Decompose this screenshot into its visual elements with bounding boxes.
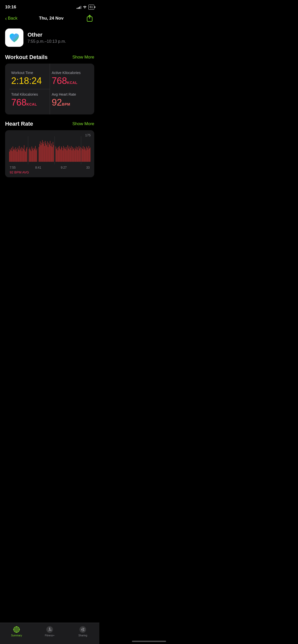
svg-rect-52 <box>48 147 48 162</box>
svg-rect-92 <box>77 147 78 162</box>
svg-rect-98 <box>82 148 82 162</box>
svg-rect-22 <box>24 145 24 162</box>
status-bar: 10:16 61 <box>0 0 99 13</box>
svg-rect-64 <box>58 150 58 162</box>
svg-rect-95 <box>79 149 80 162</box>
workout-meta: Other 7:55 p.m.–10:13 p.m. <box>28 32 66 44</box>
svg-rect-37 <box>36 150 36 162</box>
svg-rect-5 <box>12 151 12 162</box>
status-time: 10:16 <box>5 5 16 10</box>
svg-rect-16 <box>20 150 20 162</box>
svg-rect-40 <box>39 144 40 162</box>
avg-heart-rate-item: Avg Heart Rate 92BPM <box>50 89 90 111</box>
svg-rect-80 <box>69 147 69 162</box>
app-icon <box>5 28 23 47</box>
heart-rate-section: Heart Rate Show More 175 <box>0 119 99 181</box>
back-chevron-icon: ‹ <box>5 16 7 21</box>
svg-rect-35 <box>34 149 35 162</box>
svg-rect-32 <box>32 149 33 162</box>
svg-rect-105 <box>86 147 87 162</box>
svg-rect-27 <box>29 149 29 162</box>
heart-rate-show-more-button[interactable]: Show More <box>72 121 94 126</box>
workout-details-section: Workout Details Show More Workout Time 2… <box>0 52 99 119</box>
svg-rect-93 <box>78 150 78 162</box>
svg-rect-42 <box>41 145 41 162</box>
svg-rect-88 <box>75 150 75 162</box>
svg-rect-6 <box>13 147 13 162</box>
workout-details-card: Workout Time 2:18:24 Active Kilocalories… <box>5 64 94 114</box>
wifi-icon <box>83 5 87 9</box>
svg-rect-83 <box>71 146 72 162</box>
chart-max-label: 175 <box>85 133 91 137</box>
total-kcal-value: 768KCAL <box>11 97 48 108</box>
svg-rect-70 <box>62 148 62 162</box>
svg-rect-108 <box>89 146 89 162</box>
svg-rect-72 <box>63 146 64 162</box>
svg-rect-9 <box>15 150 15 162</box>
back-button[interactable]: ‹ Back <box>5 16 17 21</box>
svg-rect-19 <box>22 151 22 162</box>
svg-rect-99 <box>82 149 83 162</box>
nav-bar: ‹ Back Thu, 24 Nov <box>0 13 99 26</box>
svg-rect-84 <box>72 150 72 162</box>
svg-rect-25 <box>26 149 26 162</box>
workout-type: Other <box>28 32 66 38</box>
svg-rect-56 <box>51 146 51 162</box>
workout-details-header: Workout Details Show More <box>5 54 94 61</box>
svg-rect-68 <box>60 150 61 162</box>
total-kcal-item: Total Kilocalories 768KCAL <box>9 89 50 111</box>
heart-rate-card: 175 <box>5 130 94 177</box>
back-label: Back <box>8 16 18 21</box>
nav-title: Thu, 24 Nov <box>39 16 63 21</box>
svg-rect-58 <box>52 147 52 162</box>
svg-rect-15 <box>19 146 19 162</box>
share-button[interactable] <box>85 14 94 23</box>
svg-rect-78 <box>67 145 68 162</box>
svg-rect-54 <box>49 144 50 162</box>
workout-time-label: Workout Time <box>11 71 48 75</box>
svg-rect-71 <box>63 150 63 162</box>
svg-rect-62 <box>56 149 57 162</box>
svg-rect-77 <box>67 150 67 162</box>
workout-header: Other 7:55 p.m.–10:13 p.m. <box>0 26 99 52</box>
heart-rate-chart <box>9 136 91 164</box>
svg-rect-24 <box>25 152 26 162</box>
svg-rect-38 <box>36 149 37 162</box>
svg-rect-91 <box>77 150 77 162</box>
battery-level: 61 <box>90 5 93 9</box>
svg-rect-30 <box>31 151 31 162</box>
svg-rect-55 <box>50 141 50 162</box>
svg-rect-94 <box>79 146 79 162</box>
svg-rect-101 <box>84 150 84 162</box>
avg-heart-rate-value: 92BPM <box>52 97 88 108</box>
svg-rect-51 <box>47 141 48 162</box>
svg-rect-90 <box>76 147 76 162</box>
svg-rect-39 <box>39 147 39 162</box>
svg-rect-69 <box>61 147 62 162</box>
svg-rect-41 <box>40 141 40 162</box>
chart-time-label-2: 9:27 <box>61 166 66 169</box>
heart-rate-header: Heart Rate Show More <box>5 121 94 127</box>
total-kcal-label: Total Kilocalories <box>11 92 48 96</box>
svg-rect-60 <box>53 145 54 162</box>
active-kcal-value: 768KCAL <box>52 76 88 86</box>
svg-rect-44 <box>42 140 43 162</box>
svg-rect-74 <box>65 147 65 162</box>
svg-rect-96 <box>80 147 81 162</box>
svg-rect-61 <box>56 147 56 162</box>
svg-rect-11 <box>16 149 17 162</box>
svg-rect-2 <box>10 149 10 162</box>
chart-time-label-0: 7:55 <box>10 166 16 169</box>
svg-rect-107 <box>88 150 88 162</box>
workout-details-title: Workout Details <box>5 54 48 61</box>
workout-time-value: 2:18:24 <box>11 76 48 86</box>
svg-rect-53 <box>48 143 49 162</box>
svg-rect-49 <box>46 143 46 162</box>
svg-rect-65 <box>58 147 59 162</box>
svg-rect-86 <box>73 149 74 162</box>
svg-rect-50 <box>46 145 47 162</box>
svg-rect-100 <box>83 146 84 162</box>
workout-time-item: Workout Time 2:18:24 <box>9 68 50 89</box>
chart-time-label-3: 33 <box>86 166 90 169</box>
workout-show-more-button[interactable]: Show More <box>72 55 94 60</box>
